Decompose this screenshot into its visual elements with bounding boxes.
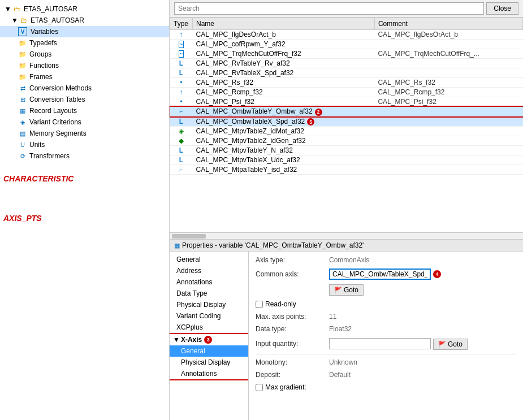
table-cell-name[interactable]: CAL_MPC_cofRpwm_Y_af32 [193, 40, 375, 49]
table-cell-comment [374, 116, 522, 127]
prop-nav-address[interactable]: Address [170, 265, 248, 276]
prop-nav-xaxis-annotations[interactable]: Annotations [170, 368, 248, 379]
frames-icon: 📁 [18, 72, 27, 81]
table-cell-name[interactable]: CAL_MPC_OmbwTableX_Spd_af325 [193, 116, 375, 127]
sidebar: ▼ 🗁 ETAS_AUTOSAR ▼ 🗁 ETAS_AUTOSAR V Vari… [0, 0, 170, 420]
table-cell-type: L [170, 59, 193, 68]
tree-toggle-child[interactable]: ▼ [11, 16, 18, 24]
sidebar-typedefs-label: Typedefs [29, 39, 57, 47]
table-cell-comment: CAL_MPC_TrqMechCutOffFrq_... [374, 49, 522, 59]
sidebar-item-frames[interactable]: 📁 Frames [0, 71, 169, 83]
table-cell-name[interactable]: CAL_MPC_MtpvTableZ_idMot_af32 [193, 127, 375, 136]
main-panel: Close Type Name Comment ↑ CAL_MPC_flgDes… [170, 0, 523, 420]
sidebar-item-transformers[interactable]: ⟳ Transformers [0, 150, 169, 162]
deposit-value: Default [329, 371, 351, 379]
data-type-row: Data type: Float32 [256, 325, 516, 333]
functions-icon: 📁 [18, 61, 27, 70]
sidebar-conv-methods-label: Conversion Methods [29, 84, 92, 92]
table-cell-name[interactable]: CAL_MPC_MtpaTableY_isd_af32 [193, 165, 375, 175]
properties-title: Properties - variable 'CAL_MPC_OmbwTable… [182, 241, 364, 249]
table-cell-name[interactable]: CAL_MPC_MtpvTableX_Udc_af32 [193, 155, 375, 165]
prop-nav-xaxis-physical[interactable]: Physical Display [170, 357, 248, 368]
table-cell-name[interactable]: CAL_MPC_flgDesOrAct_b [193, 30, 375, 40]
properties-panel: ▦ Properties - variable 'CAL_MPC_OmbwTab… [170, 239, 523, 420]
input-qty-input[interactable] [329, 338, 431, 349]
table-cell-name[interactable]: CAL_MPC_Psi_f32 [193, 97, 375, 107]
sidebar-item-groups[interactable]: 📁 Groups [0, 49, 169, 60]
sidebar-groups-label: Groups [29, 50, 51, 58]
table-cell-comment [374, 68, 522, 78]
sidebar-units-label: Units [29, 141, 45, 149]
common-axis-label: Common axis: [256, 270, 329, 278]
sidebar-item-typedefs[interactable]: 📁 Typedefs [0, 37, 169, 49]
prop-nav-variant-coding[interactable]: Variant Coding [170, 310, 248, 322]
table-cell-comment: CAL_MPC_flgDesOrAct_b [374, 30, 522, 40]
expand-icon: ▼ [173, 336, 180, 344]
tree-toggle[interactable]: ▼ [5, 5, 11, 13]
variant-icon: ◈ [18, 118, 27, 127]
variables-icon: V [18, 27, 27, 36]
sidebar-item-memory-segments[interactable]: ▤ Memory Segments [0, 128, 169, 139]
prop-nav-xcpplus[interactable]: XCPplus [170, 322, 248, 333]
sidebar-item-etas-root[interactable]: ▼ 🗁 ETAS_AUTOSAR [0, 3, 169, 15]
sidebar-item-conversion-methods[interactable]: ⇄ Conversion Methods [0, 83, 169, 94]
readonly-checkbox[interactable] [256, 301, 263, 308]
table-cell-type: • [170, 97, 193, 107]
table-cell-name[interactable]: CAL_MPC_TrqMechCutOffFrq_f32 [193, 49, 375, 59]
table-cell-name[interactable]: CAL_MPC_OmbwTableY_Ombw_af322 [193, 107, 375, 117]
properties-content: Axis type: CommonAxis Common axis: 4 🚩 G… [249, 252, 523, 420]
goto-button-2[interactable]: 🚩 Goto [433, 339, 468, 350]
table-cell-name[interactable]: CAL_MPC_RvTableY_Rv_af32 [193, 59, 375, 68]
separator [256, 354, 516, 355]
badge-4: 4 [433, 270, 441, 278]
memory-icon: ▤ [18, 129, 27, 138]
table-cell-comment [374, 127, 522, 136]
sidebar-item-record-layouts[interactable]: ▦ Record Layouts [0, 105, 169, 116]
search-bar: Close [170, 0, 523, 18]
conv-tables-icon: ⊞ [18, 95, 27, 104]
properties-header: ▦ Properties - variable 'CAL_MPC_OmbwTab… [170, 240, 523, 252]
common-axis-row: Common axis: 4 [256, 269, 516, 280]
deposit-label: Deposit: [256, 371, 329, 379]
prop-nav-xaxis-general[interactable]: General [170, 345, 248, 357]
sidebar-record-label: Record Layouts [29, 107, 77, 115]
input-qty-row: Input quantity: 🚩 Goto [256, 337, 516, 350]
sidebar-memory-label: Memory Segments [29, 129, 87, 137]
col-name: Name [193, 18, 375, 30]
table-cell-name[interactable]: CAL_MPC_Rcmp_f32 [193, 88, 375, 97]
axis-type-row: Axis type: CommonAxis [256, 256, 516, 264]
table-cell-comment [374, 155, 522, 165]
sidebar-item-variables[interactable]: V Variables [0, 26, 169, 37]
table-cell-name[interactable]: CAL_MPC_MtpvTableZ_idGen_af32 [193, 136, 375, 146]
prop-nav-general[interactable]: General [170, 254, 248, 265]
max-gradient-checkbox[interactable] [256, 384, 263, 391]
sidebar-item-variant-criterions[interactable]: ◈ Variant Criterions [0, 116, 169, 128]
goto-button-1[interactable]: 🚩 Goto [329, 284, 364, 296]
sidebar-item-conversion-tables[interactable]: ⊞ Conversion Tables [0, 94, 169, 105]
prop-nav-xaxis-group[interactable]: ▼ X-Axis 3 [170, 334, 248, 345]
typedefs-icon: 📁 [18, 38, 27, 47]
search-input[interactable] [174, 2, 484, 15]
table-cell-name[interactable]: CAL_MPC_Rs_f32 [193, 78, 375, 88]
sidebar-variant-label: Variant Criterions [29, 118, 81, 126]
folder-icon-child: 🗁 [19, 16, 28, 25]
prop-nav-annotations[interactable]: Annotations [170, 276, 248, 288]
col-comment: Comment [374, 18, 522, 30]
sidebar-item-units[interactable]: U Units [0, 139, 169, 150]
prop-nav-physical-display[interactable]: Physical Display [170, 299, 248, 310]
max-axis-row: Max. axis points: 11 [256, 313, 516, 321]
close-button[interactable]: Close [486, 2, 518, 15]
table-cell-name[interactable]: CAL_MPC_RvTableX_Spd_af32 [193, 68, 375, 78]
axis-type-label: Axis type: [256, 256, 329, 264]
sidebar-item-functions[interactable]: 📁 Functions [0, 60, 169, 71]
goto-label: Goto [344, 286, 358, 294]
deposit-row: Deposit: Default [256, 371, 516, 379]
table-cell-name[interactable]: CAL_MPC_MtpvTableY_N_af32 [193, 146, 375, 155]
readonly-row: Read-only [256, 300, 516, 308]
prop-nav-data-type[interactable]: Data Type [170, 288, 248, 299]
horizontal-scrollbar[interactable] [170, 232, 523, 239]
common-axis-input[interactable] [329, 269, 431, 280]
max-axis-value: 11 [329, 313, 336, 321]
sidebar-item-etas-child[interactable]: ▼ 🗁 ETAS_AUTOSAR [0, 15, 169, 26]
scrollbar-thumb[interactable] [172, 234, 206, 239]
